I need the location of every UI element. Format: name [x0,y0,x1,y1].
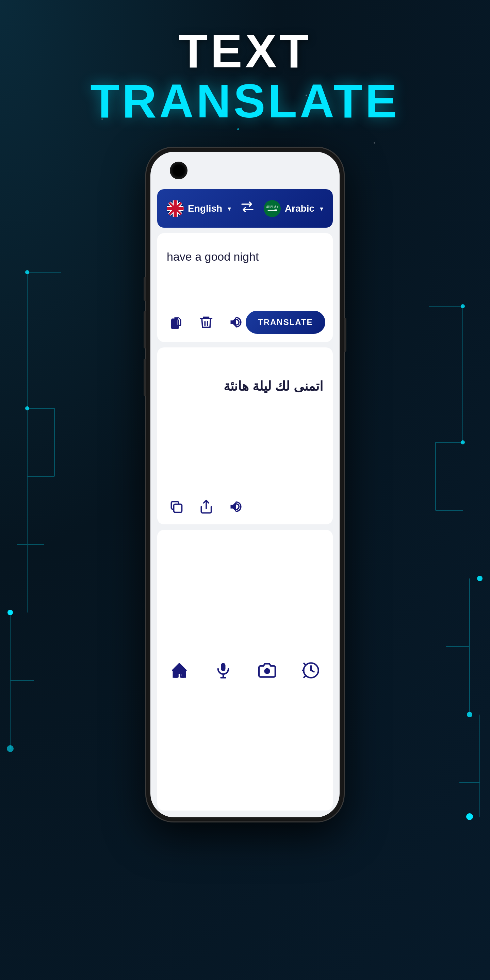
svg-point-9 [25,270,29,274]
source-lang-selector[interactable]: English ▾ [167,200,231,217]
swap-languages-button[interactable] [240,199,255,218]
history-icon [301,660,321,681]
language-bar: English ▾ [157,189,333,228]
input-section: have a good night [157,233,333,342]
svg-point-22 [461,304,465,308]
svg-rect-44 [264,200,281,217]
bottom-navigation [157,530,333,811]
svg-point-24 [477,576,482,581]
title-area: TEXT TRANSLATE [90,27,399,127]
target-lang-chevron: ▾ [320,205,323,213]
output-text: اتمنى لك ليلة هانئة [167,356,323,490]
svg-rect-49 [174,504,182,512]
source-lang-label: English [188,203,222,214]
nav-mic[interactable] [213,660,234,681]
volume-down-button [143,359,146,396]
svg-rect-47 [275,209,277,211]
phone-frame: English ▾ [146,148,344,821]
volume-silent-button [143,277,146,301]
svg-point-25 [467,712,472,717]
svg-point-51 [264,668,270,674]
nav-history[interactable] [301,660,321,681]
svg-point-29 [374,142,375,143]
input-text[interactable]: have a good night [167,241,323,304]
camera-icon [257,660,277,681]
mic-icon [213,660,234,681]
phone-screen: English ▾ [150,152,340,817]
home-icon [169,660,189,681]
output-actions [167,490,323,516]
svg-point-11 [8,610,13,615]
translate-button[interactable]: TRANSLATE [246,311,325,334]
speak-output-button[interactable] [227,497,246,516]
svg-rect-50 [221,663,225,671]
volume-up-button [143,311,146,348]
nav-camera[interactable] [257,660,277,681]
output-section: اتمنى لك ليلة هانئة [157,347,333,524]
svg-point-12 [7,745,14,752]
copy-output-button[interactable] [167,497,186,516]
target-lang-selector[interactable]: لا إله إلا الله Arabic ▾ [264,200,323,217]
svg-point-10 [25,406,29,410]
svg-point-27 [237,128,239,130]
source-lang-chevron: ▾ [228,205,231,213]
svg-point-26 [466,813,473,820]
screen-content: English ▾ [150,152,340,817]
svg-text:لا إله إلا الله: لا إله إلا الله [266,205,278,208]
target-lang-label: Arabic [285,203,314,214]
paste-button[interactable] [167,313,186,332]
delete-button[interactable] [197,313,216,332]
uk-flag [167,200,184,217]
power-button [344,318,347,352]
input-action-icons [167,313,246,332]
input-actions: TRANSLATE [167,304,323,334]
phone-wrapper: English ▾ [146,148,344,821]
camera-hole [171,163,186,178]
title-line1: TEXT [90,27,399,75]
svg-point-23 [461,440,465,444]
share-output-button[interactable] [197,497,216,516]
nav-home[interactable] [169,660,189,681]
speak-source-button[interactable] [227,313,246,332]
sa-flag: لا إله إلا الله [264,200,281,217]
title-line2: TRANSLATE [90,75,399,127]
